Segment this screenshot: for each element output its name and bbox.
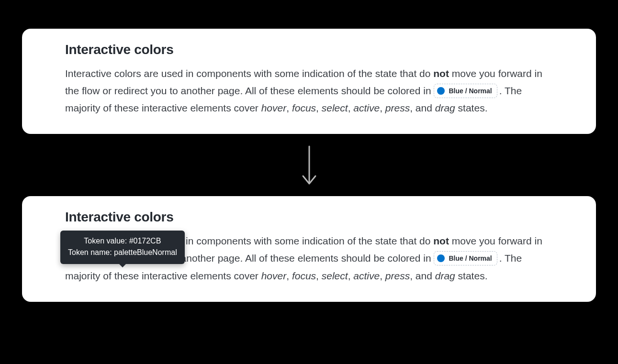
state-focus: focus: [292, 102, 316, 113]
state-drag: drag: [435, 270, 455, 281]
state-hover: hover: [261, 270, 287, 281]
paragraph-text: states.: [455, 102, 488, 113]
color-token-tooltip: Token value: #0172CB Token name: palette…: [60, 231, 185, 264]
paragraph-text: states.: [455, 270, 488, 281]
state-select: select: [322, 270, 348, 281]
state-active: active: [353, 270, 380, 281]
card-bottom: Token value: #0172CB Token name: palette…: [22, 196, 596, 301]
state-select: select: [322, 102, 348, 113]
tooltip-token-value: Token value: #0172CB: [68, 235, 177, 247]
arrow-down-icon: [22, 144, 596, 187]
emphasis-not: not: [433, 68, 449, 79]
tooltip-token-name: Token name: paletteBlueNormal: [68, 247, 177, 258]
state-focus: focus: [292, 270, 316, 281]
color-token-label: Blue / Normal: [449, 253, 492, 264]
section-title: Interactive colors: [65, 210, 553, 225]
section-title: Interactive colors: [65, 42, 553, 57]
state-active: active: [353, 102, 380, 113]
card-top: Interactive colors Interactive colors ar…: [22, 29, 596, 134]
state-press: press: [385, 102, 410, 113]
color-swatch-icon: [437, 254, 445, 262]
state-drag: drag: [435, 102, 455, 113]
state-press: press: [385, 270, 410, 281]
color-swatch-icon: [437, 87, 445, 95]
state-hover: hover: [261, 102, 287, 113]
paragraph-text: Interactive colors are used in component…: [65, 68, 433, 79]
color-token-label: Blue / Normal: [449, 85, 492, 97]
emphasis-not: not: [433, 235, 449, 246]
section-paragraph: Interactive colors are used in component…: [65, 65, 553, 117]
color-token-chip[interactable]: Blue / Normal: [434, 251, 497, 265]
color-token-chip[interactable]: Blue / Normal: [434, 84, 497, 98]
